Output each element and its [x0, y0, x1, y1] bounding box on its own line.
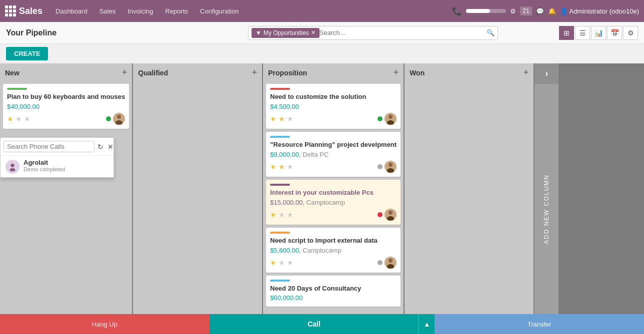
nav-invoicing[interactable]: Invoicing [122, 0, 159, 22]
calendar-view-btn[interactable]: 📅 [607, 26, 622, 40]
settings-icon[interactable]: ⚙ [510, 7, 516, 15]
card-avatars [378, 209, 396, 221]
card-title: Interest in your customizable Pcs [270, 189, 396, 197]
bottom-bar: Hang Up Call ▲ Transfer [0, 314, 644, 334]
activity-icon[interactable]: 🔔 [548, 7, 556, 15]
app-name: Sales [19, 6, 42, 16]
star-1: ★ [270, 259, 276, 267]
card-title: Need to customize the solution [270, 93, 396, 101]
app-brand[interactable]: Sales [5, 5, 42, 16]
status-dot [378, 164, 382, 169]
avatar [384, 113, 396, 125]
call-expand-btn[interactable]: ▲ [418, 314, 434, 334]
card-footer: ★ ★ ★ [270, 113, 396, 125]
table-row[interactable]: Need 20 Days of Consultancy $60,000.00 [266, 276, 400, 307]
svg-point-7 [387, 216, 394, 221]
add-column-label: ADD NEW COLUMN [543, 174, 550, 244]
star-2: ★ [278, 115, 285, 123]
search-bar[interactable]: ▼ My Opportunities ✕ 🔍 [248, 26, 498, 40]
svg-point-10 [10, 164, 14, 167]
star-3: ★ [24, 115, 30, 123]
chat-icon[interactable]: 💬 [536, 7, 544, 15]
card-color-bar [270, 136, 290, 138]
svg-point-11 [10, 168, 16, 171]
navbar: Sales Dashboard Sales Invoicing Reports … [0, 0, 644, 22]
svg-point-9 [387, 264, 394, 269]
transfer-button[interactable]: Transfer [434, 314, 644, 334]
card-color-bar [7, 88, 27, 90]
toolbar-row: CREATE [0, 44, 644, 63]
svg-point-2 [388, 115, 392, 119]
notification-badge[interactable]: 21 [520, 6, 532, 15]
table-row[interactable]: Interest in your customizable Pcs $15,00… [266, 180, 400, 225]
close-popup-btn[interactable]: ✕ [106, 142, 114, 152]
page-title: Your Pipeline [6, 28, 187, 37]
avatar [384, 257, 396, 269]
progress-bar [466, 9, 506, 13]
card-footer: ★ ★ ★ [7, 113, 125, 125]
search-icon[interactable]: 🔍 [486, 29, 494, 36]
list-item[interactable]: Agrolait Demo completed [0, 156, 114, 177]
hang-up-button[interactable]: Hang Up [0, 314, 210, 334]
card-color-bar [270, 232, 290, 234]
card-avatars [378, 257, 396, 269]
card-avatars [378, 113, 396, 125]
star-rating[interactable]: ★ ★ ★ [7, 115, 30, 123]
call-button[interactable]: Call [210, 314, 419, 334]
table-row[interactable]: Need script to Import external data $5,6… [266, 228, 400, 273]
star-3: ★ [287, 163, 294, 171]
filter-close[interactable]: ✕ [311, 29, 316, 36]
phone-search-input[interactable] [4, 141, 94, 152]
star-3: ★ [287, 115, 294, 123]
phone-icon[interactable]: 📞 [452, 6, 462, 16]
card-footer: ★ ★ ★ [270, 161, 396, 173]
card-title: Need script to Import external data [270, 237, 396, 245]
col-qualified-add[interactable]: + [252, 67, 258, 78]
col-new-add[interactable]: + [122, 67, 128, 78]
chart-view-btn[interactable]: 📊 [591, 26, 606, 40]
card-amount: $15,000.00, Camptocamp [270, 199, 396, 206]
col-won-title: Won [410, 69, 424, 77]
star-3: ★ [287, 259, 294, 267]
contact-sub: Demo completed [24, 166, 65, 172]
settings-view-btn[interactable]: ⚙ [623, 26, 638, 40]
table-row[interactable]: Plan to buy 60 keyboards and mouses $40,… [3, 84, 129, 129]
star-1: ★ [7, 115, 14, 123]
avatar [113, 113, 125, 125]
col-won-add[interactable]: + [524, 67, 529, 78]
collapse-and-add-col: › ADD NEW COLUMN [534, 63, 558, 334]
nav-reports[interactable]: Reports [160, 0, 194, 22]
refresh-btn[interactable]: ↻ [96, 142, 104, 152]
col-new: New + Plan to buy 60 keyboards and mouse… [0, 63, 132, 334]
star-rating[interactable]: ★ ★ ★ [270, 259, 294, 267]
star-2: ★ [278, 163, 285, 171]
collapse-btn[interactable]: › [545, 63, 548, 84]
col-proposition: Proposition + Need to customize the solu… [263, 63, 404, 334]
create-button[interactable]: CREATE [6, 47, 48, 60]
svg-point-4 [388, 163, 392, 167]
kanban-view-btn[interactable]: ⊞ [559, 26, 574, 40]
filter-tag[interactable]: ▼ My Opportunities ✕ [252, 28, 320, 38]
col-proposition-add[interactable]: + [394, 67, 399, 78]
nav-dashboard[interactable]: Dashboard [50, 0, 94, 22]
card-color-bar [270, 184, 290, 186]
col-proposition-cards: Need to customize the solution $4,500.00… [263, 82, 404, 334]
list-view-btn[interactable]: ☰ [575, 26, 590, 40]
star-2: ★ [16, 115, 22, 123]
star-rating[interactable]: ★ ★ ★ [270, 163, 294, 171]
nav-sales[interactable]: Sales [94, 0, 122, 22]
navbar-right: 📞 ⚙ 21 💬 🔔 👤 Administrator (odoo10e) [452, 6, 639, 16]
table-row[interactable]: Need to customize the solution $4,500.00… [266, 84, 400, 129]
kanban-board: New + Plan to buy 60 keyboards and mouse… [0, 63, 644, 334]
star-rating[interactable]: ★ ★ ★ [270, 115, 294, 123]
star-rating[interactable]: ★ ★ ★ [270, 211, 294, 219]
add-column-btn[interactable]: ADD NEW COLUMN [534, 84, 558, 334]
grid-icon [5, 5, 16, 16]
col-won-cards [404, 82, 534, 334]
user-icon[interactable]: 👤 Administrator (odoo10e) [560, 7, 639, 15]
search-input[interactable] [320, 29, 486, 36]
nav-configuration[interactable]: Configuration [194, 0, 244, 22]
table-row[interactable]: "Resource Planning" project develpment $… [266, 132, 400, 177]
contact-icon [6, 160, 20, 174]
phone-popup: ↻ ✕ Agrolait Demo completed [0, 137, 114, 178]
